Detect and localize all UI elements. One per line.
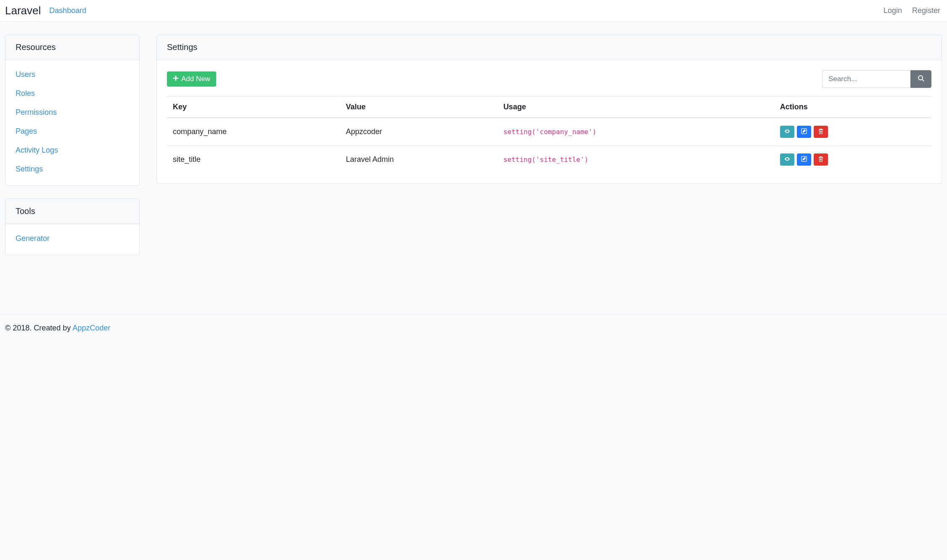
cell-actions (774, 118, 931, 146)
main: Settings Add New (156, 34, 942, 184)
cell-key: company_name (167, 118, 340, 146)
sidebar-item-generator[interactable]: Generator (16, 234, 50, 243)
navbar-left: Laravel Dashboard (5, 4, 86, 17)
sidebar: Resources Users Roles Permissions Pages … (5, 34, 140, 255)
search-icon (918, 75, 924, 84)
sidebar-item-settings[interactable]: Settings (16, 165, 43, 173)
table-row: site_title Laravel Admin setting('site_t… (167, 146, 931, 174)
resources-header: Resources (5, 35, 139, 60)
usage-code: setting('site_title') (503, 156, 588, 164)
delete-button[interactable] (814, 126, 828, 138)
cell-actions (774, 146, 931, 174)
col-usage: Usage (497, 97, 774, 118)
edit-button[interactable] (797, 153, 811, 166)
tools-list: Generator (5, 224, 139, 255)
sidebar-item-activity-logs[interactable]: Activity Logs (16, 146, 58, 154)
cell-key: site_title (167, 146, 340, 174)
search-input[interactable] (822, 70, 910, 88)
sidebar-item-pages[interactable]: Pages (16, 127, 37, 135)
footer-text: © 2018. Created by (5, 324, 72, 332)
cell-value: Laravel Admin (340, 146, 497, 174)
col-value: Value (340, 97, 497, 118)
usage-code: setting('company_name') (503, 128, 597, 136)
edit-icon (801, 156, 807, 163)
col-actions: Actions (774, 97, 931, 118)
settings-table: Key Value Usage Actions company_name App… (167, 96, 931, 173)
toolbar: Add New (167, 70, 931, 88)
cell-usage: setting('site_title') (497, 146, 774, 174)
nav-register-link[interactable]: Register (912, 6, 940, 15)
plus-icon (173, 75, 179, 83)
trash-icon (818, 156, 824, 163)
view-button[interactable] (780, 153, 794, 166)
sidebar-item-users[interactable]: Users (16, 70, 35, 79)
eye-icon (784, 156, 790, 163)
settings-body: Add New Key (157, 60, 942, 183)
cell-usage: setting('company_name') (497, 118, 774, 146)
navbar: Laravel Dashboard Login Register (0, 0, 947, 22)
svg-point-0 (918, 76, 923, 80)
table-row: company_name Appzcoder setting('company_… (167, 118, 931, 146)
edit-icon (801, 128, 807, 135)
nav-dashboard-link[interactable]: Dashboard (49, 6, 86, 15)
nav-login-link[interactable]: Login (884, 6, 902, 15)
resources-list: Users Roles Permissions Pages Activity L… (5, 60, 139, 185)
cell-value: Appzcoder (340, 118, 497, 146)
view-button[interactable] (780, 126, 794, 138)
navbar-brand[interactable]: Laravel (5, 4, 41, 17)
search-button[interactable] (910, 70, 931, 88)
container: Resources Users Roles Permissions Pages … (0, 22, 947, 268)
edit-button[interactable] (797, 126, 811, 138)
tools-header: Tools (5, 199, 139, 224)
sidebar-item-permissions[interactable]: Permissions (16, 108, 57, 116)
navbar-right: Login Register (884, 6, 942, 15)
trash-icon (818, 128, 824, 135)
add-new-button[interactable]: Add New (167, 71, 216, 87)
delete-button[interactable] (814, 153, 828, 166)
tools-card: Tools Generator (5, 198, 140, 255)
resources-card: Resources Users Roles Permissions Pages … (5, 34, 140, 186)
sidebar-item-roles[interactable]: Roles (16, 89, 35, 98)
footer: © 2018. Created by AppzCoder (0, 314, 947, 342)
eye-icon (784, 128, 790, 135)
col-key: Key (167, 97, 340, 118)
footer-link[interactable]: AppzCoder (72, 324, 110, 332)
settings-header: Settings (157, 35, 942, 60)
search-group (822, 70, 931, 88)
add-new-label: Add New (181, 75, 210, 83)
settings-card: Settings Add New (156, 34, 942, 184)
